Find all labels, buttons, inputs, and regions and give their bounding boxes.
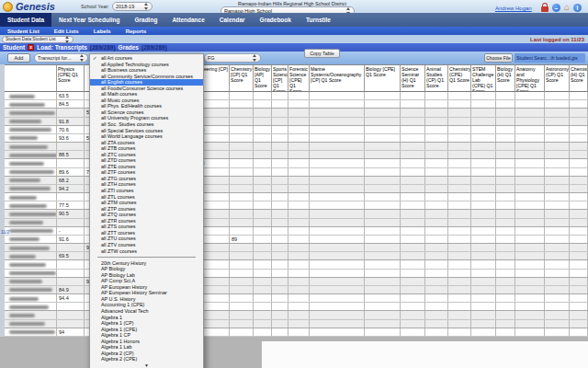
cell-chem_h <box>570 168 588 176</box>
col-header-marine: Marine Systems/Oceanography [CP] Q1 Scor… <box>310 65 365 92</box>
school-year-select[interactable]: 2018-19 <box>112 2 153 11</box>
cell-chem_cpe <box>448 303 471 310</box>
menu-item-algebra-2-cpe[interactable]: Algebra 2 (CPE) <box>90 356 203 362</box>
cell-anat <box>515 278 545 285</box>
grades-label: Grades <box>119 44 139 51</box>
transcript-for-select[interactable]: Transcript for... <box>34 53 88 63</box>
cell-sci_sem <box>401 118 425 125</box>
home-icon[interactable]: ⌂ <box>564 3 570 12</box>
cell-bio_ap <box>254 126 272 133</box>
copy-table-button[interactable]: Copy Table <box>304 49 340 58</box>
col-header-anat: Anatomy and Physiology [CPE] Q1 Score <box>515 65 545 92</box>
cell-bio_h <box>496 252 515 259</box>
cell-astro <box>545 210 570 217</box>
nav-item-attendance[interactable]: Attendance <box>164 13 211 27</box>
cell-marine <box>310 219 365 226</box>
subnav-item-edit-lists[interactable]: Edit Lists <box>47 29 86 34</box>
cell-stem <box>471 92 496 99</box>
cell-chem_h <box>570 219 588 226</box>
cell-astro <box>545 278 570 285</box>
nav-item-grading[interactable]: Grading <box>127 13 164 27</box>
col-header-sci_sem: Science Seminar (H) Q1 Score <box>401 65 425 92</box>
nav-item-calendar[interactable]: Calendar <box>212 13 253 27</box>
nav-item-turnstile[interactable]: Turnstile <box>299 13 338 27</box>
nav-item-gradebook[interactable]: Gradebook <box>253 13 299 27</box>
nav-item-next-year-scheduling[interactable]: Next Year Scheduling <box>51 13 127 27</box>
cell-bio_cpe <box>365 185 401 192</box>
cell-bio_ap <box>254 311 272 318</box>
cell-stem <box>471 185 496 192</box>
cell-chem_cp <box>230 311 254 318</box>
redacted-student-name <box>9 162 44 166</box>
cell-sci_sem <box>401 252 425 259</box>
cell-chem_cp <box>230 278 254 285</box>
cell-bio_cpe <box>365 109 401 116</box>
subnav-item-reports[interactable]: Reports <box>119 29 154 34</box>
minus-circle-icon[interactable]: – <box>552 4 560 12</box>
cell-bio_ap <box>254 236 272 243</box>
cell-bio_h <box>496 201 515 209</box>
nav-item-student-data[interactable]: Student Data <box>0 13 51 27</box>
cell-name <box>5 236 57 243</box>
cell-bio_h <box>496 320 515 328</box>
cell-marine <box>310 134 365 142</box>
cell-anat <box>515 328 545 336</box>
cell-name <box>5 201 57 209</box>
redacted-student-name <box>9 237 40 241</box>
cell-astro <box>545 168 570 176</box>
cell-astro <box>545 328 570 336</box>
col-header-sports: Sports Science [CP] Q1 Score <box>272 65 288 92</box>
cell-chem_cpe <box>448 311 471 318</box>
cell-chem_cp: 89 <box>230 236 254 243</box>
cell-bio_ap <box>254 159 272 167</box>
fg-select[interactable]: FG <box>204 53 261 63</box>
cell-stem <box>471 328 496 336</box>
cell-animal <box>425 252 448 259</box>
subnav-item-student-list[interactable]: Student List <box>0 29 47 34</box>
cell-name <box>5 126 57 133</box>
redacted-student-name <box>9 314 35 317</box>
cell-sports <box>272 185 288 192</box>
cell-animal <box>425 286 448 293</box>
cell-sci_sem <box>401 185 425 192</box>
menu-scroll-down-icon[interactable]: ▼ <box>90 362 203 368</box>
choose-file-button[interactable]: Choose File <box>484 53 513 63</box>
add-button[interactable]: Add <box>7 53 30 63</box>
cell-physics: 93.6 <box>57 134 85 142</box>
cell-animal <box>425 134 448 142</box>
cell-bio_ap <box>254 320 272 328</box>
cell-chem_h <box>570 270 588 277</box>
col-header-bio_h: Biology (H) Q1 Score <box>496 65 515 92</box>
cell-name <box>5 320 57 328</box>
cell-chem_h <box>570 109 588 116</box>
cell-sports <box>272 100 288 108</box>
cell-animal <box>425 303 448 310</box>
cell-stem <box>471 177 496 184</box>
cell-sports <box>272 244 288 251</box>
cell-sports <box>272 311 288 318</box>
breadcrumb-select[interactable]: Student Data:Student List <box>2 36 74 43</box>
user-name-link[interactable]: Andrew Hogan <box>495 6 532 11</box>
cell-bio_h <box>496 185 515 192</box>
cell-chem_cp <box>230 219 254 226</box>
cell-bio_ap <box>254 286 272 293</box>
cell-bio_cpe <box>365 143 401 150</box>
cell-stem <box>471 278 496 285</box>
cell-physics: 68.2 <box>57 177 85 184</box>
cell-bio_h <box>496 92 515 99</box>
cell-sci_sem <box>401 278 425 285</box>
cell-chem_cpe <box>448 201 471 209</box>
genesis-logo-icon <box>3 2 13 12</box>
cell-chem_h <box>570 92 588 99</box>
cell-physics: 84.5 <box>57 100 85 108</box>
cell-bio_cpe <box>365 118 401 125</box>
cell-astro <box>545 227 570 235</box>
cell-chem_cp <box>230 244 254 251</box>
subnav-item-labels[interactable]: Labels <box>86 29 119 34</box>
info-circle-icon[interactable]: i <box>573 4 582 12</box>
cell-chem_cp <box>230 118 254 125</box>
lock-icon[interactable] <box>541 6 548 12</box>
cell-sports <box>272 143 288 150</box>
col-header-astro: Astronomy (CP) Q1 Score <box>545 65 570 92</box>
close-icon[interactable]: x <box>28 44 34 51</box>
